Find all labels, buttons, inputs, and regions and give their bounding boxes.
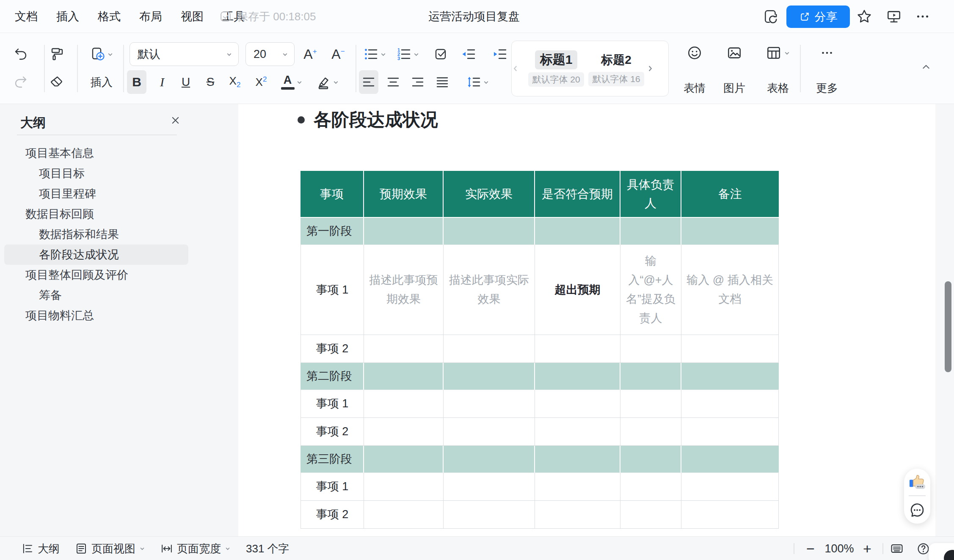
align-center-button[interactable] xyxy=(383,70,403,94)
table-cell[interactable] xyxy=(535,501,620,529)
table-cell[interactable] xyxy=(364,218,444,245)
highlight-color-button[interactable] xyxy=(312,70,342,94)
table-cell[interactable] xyxy=(535,473,620,501)
table-cell[interactable] xyxy=(444,335,535,363)
emoji-button[interactable]: 表情 xyxy=(680,41,709,97)
styles-scroll-right-button[interactable] xyxy=(646,65,661,72)
table-cell[interactable] xyxy=(364,335,444,363)
table-cell[interactable] xyxy=(444,446,535,473)
table-cell[interactable]: 事项 2 xyxy=(301,501,364,529)
table-cell[interactable] xyxy=(681,363,779,390)
section-heading[interactable]: 各阶段达成状况 xyxy=(238,104,935,132)
keyboard-shortcuts-button[interactable] xyxy=(888,540,906,557)
table-cell[interactable] xyxy=(681,390,779,418)
table-cell[interactable]: 输入“@+人名”提及负责人 xyxy=(620,245,681,335)
bold-button[interactable]: B xyxy=(127,70,146,94)
menu-item-3[interactable]: 格式 xyxy=(98,9,121,24)
table-cell[interactable] xyxy=(535,390,620,418)
table-cell[interactable]: 事项 1 xyxy=(301,390,364,418)
table-cell[interactable]: 第二阶段 xyxy=(301,363,364,390)
table-header-cell[interactable]: 预期效果 xyxy=(364,171,444,218)
comment-button[interactable] xyxy=(909,502,926,519)
version-history-button[interactable] xyxy=(760,5,782,27)
table-cell[interactable] xyxy=(364,501,444,529)
format-painter-button[interactable] xyxy=(47,42,66,66)
subscript-button[interactable]: X2 xyxy=(225,70,245,94)
close-outline-button[interactable] xyxy=(166,111,185,129)
table-cell[interactable]: 输入 @ 插入相关文档 xyxy=(681,245,779,335)
decrease-font-button[interactable]: A− xyxy=(328,42,348,66)
share-button[interactable]: 分享 xyxy=(786,5,850,28)
outdent-button[interactable] xyxy=(459,42,478,66)
align-left-button[interactable] xyxy=(359,70,378,94)
menu-item-2[interactable]: 插入 xyxy=(56,9,79,24)
table-cell[interactable] xyxy=(444,390,535,418)
numbered-list-button[interactable]: 123 xyxy=(393,42,422,66)
table-cell[interactable] xyxy=(620,446,681,473)
indent-button[interactable] xyxy=(490,42,510,66)
outline-item-8[interactable]: 筹备 xyxy=(4,285,188,305)
outline-item-5[interactable]: 数据指标和结果 xyxy=(4,224,188,244)
table-cell[interactable] xyxy=(364,418,444,446)
table-cell[interactable] xyxy=(620,335,681,363)
table-cell[interactable] xyxy=(535,218,620,245)
table-cell[interactable]: 超出预期 xyxy=(535,245,620,335)
vertical-scrollbar-thumb[interactable] xyxy=(945,281,951,372)
table-cell[interactable] xyxy=(444,363,535,390)
table-cell[interactable] xyxy=(364,473,444,501)
outline-item-9[interactable]: 项目物料汇总 xyxy=(4,305,188,326)
outline-item-2[interactable]: 项目目标 xyxy=(4,163,188,184)
favorite-star-button[interactable] xyxy=(853,5,875,27)
table-header-cell[interactable]: 具体负责人 xyxy=(620,171,681,218)
undo-button[interactable] xyxy=(11,42,30,66)
font-size-select[interactable]: 20 xyxy=(245,42,295,66)
table-cell[interactable] xyxy=(681,218,779,245)
outline-item-3[interactable]: 项目里程碑 xyxy=(4,184,188,204)
table-header-cell[interactable]: 实际效果 xyxy=(444,171,535,218)
table-cell[interactable]: 事项 1 xyxy=(301,473,364,501)
menu-item-1[interactable]: 文档 xyxy=(15,9,38,24)
line-spacing-button[interactable] xyxy=(462,70,493,94)
table-cell[interactable]: 第一阶段 xyxy=(301,218,364,245)
table-cell[interactable] xyxy=(681,418,779,446)
table-cell[interactable] xyxy=(535,418,620,446)
present-button[interactable] xyxy=(883,5,905,27)
style-heading2-chip[interactable]: 标题2 默认字体 16 xyxy=(586,51,646,86)
table-cell[interactable]: 事项 2 xyxy=(301,335,364,363)
table-cell[interactable] xyxy=(444,501,535,529)
collapse-toolbar-button[interactable] xyxy=(916,57,936,77)
table-cell[interactable]: 事项 1 xyxy=(301,245,364,335)
outline-item-1[interactable]: 项目基本信息 xyxy=(4,143,188,163)
table-cell[interactable] xyxy=(444,218,535,245)
table-cell[interactable] xyxy=(681,335,779,363)
table-cell[interactable]: 描述此事项预期效果 xyxy=(364,245,444,335)
style-heading1-chip[interactable]: 标题1 默认字体 20 xyxy=(526,50,586,87)
table-cell[interactable] xyxy=(364,390,444,418)
styles-scroll-left-button[interactable] xyxy=(512,65,526,72)
redo-button[interactable] xyxy=(11,70,30,94)
underline-button[interactable]: U xyxy=(176,70,196,94)
font-color-button[interactable]: A xyxy=(278,70,306,94)
italic-button[interactable]: I xyxy=(152,70,172,94)
table-cell[interactable] xyxy=(620,473,681,501)
clear-format-button[interactable] xyxy=(47,70,66,94)
like-button[interactable] xyxy=(908,474,926,490)
doc-title[interactable]: 运营活动项目复盘 xyxy=(428,0,520,33)
align-justify-button[interactable] xyxy=(433,70,452,94)
table-cell[interactable]: 描述此事项实际效果 xyxy=(444,245,535,335)
table-cell[interactable] xyxy=(620,390,681,418)
table-cell[interactable] xyxy=(620,363,681,390)
table-header-cell[interactable]: 是否符合预期 xyxy=(535,171,620,218)
align-right-button[interactable] xyxy=(408,70,427,94)
page-width-select[interactable]: 页面宽度 xyxy=(160,541,231,556)
table-cell[interactable] xyxy=(444,473,535,501)
table-cell[interactable] xyxy=(535,446,620,473)
table-cell[interactable] xyxy=(535,335,620,363)
table-cell[interactable] xyxy=(620,418,681,446)
table-cell[interactable] xyxy=(620,501,681,529)
insert-button[interactable] xyxy=(84,42,119,66)
bullet-list-button[interactable] xyxy=(360,42,389,66)
table-cell[interactable] xyxy=(681,473,779,501)
insert-label[interactable]: 插入 xyxy=(84,70,119,94)
table-cell[interactable] xyxy=(364,363,444,390)
